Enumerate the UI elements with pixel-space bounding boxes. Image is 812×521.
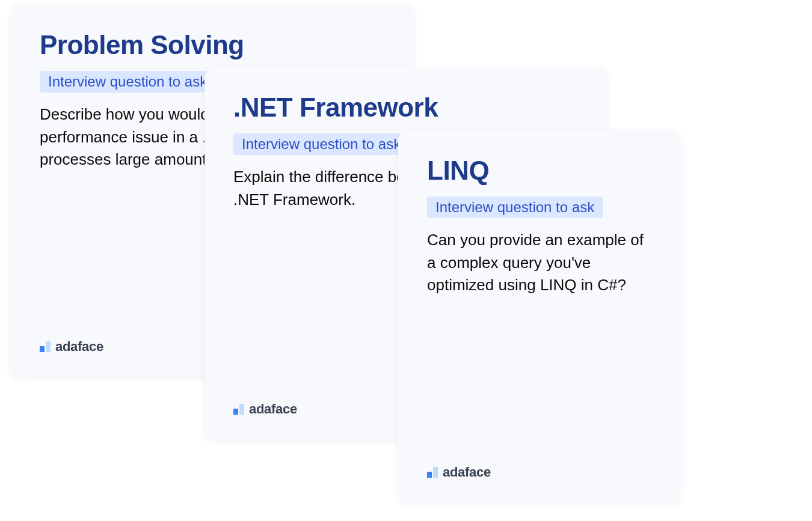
card-tag: Interview question to ask bbox=[233, 133, 409, 155]
adaface-logo-icon bbox=[233, 404, 244, 415]
interview-card-linq: LINQ Interview question to ask Can you p… bbox=[398, 130, 681, 503]
card-title: Problem Solving bbox=[40, 30, 385, 60]
card-tag: Interview question to ask bbox=[427, 197, 603, 218]
logo-text: adaface bbox=[249, 401, 297, 417]
card-title: LINQ bbox=[427, 156, 652, 186]
logo: adaface bbox=[427, 465, 652, 480]
adaface-logo-icon bbox=[427, 467, 438, 478]
logo-text: adaface bbox=[443, 465, 491, 480]
card-title: .NET Framework bbox=[233, 93, 579, 123]
card-question: Can you provide an example of a complex … bbox=[427, 229, 652, 297]
logo-text: adaface bbox=[55, 339, 103, 355]
adaface-logo-icon bbox=[40, 341, 51, 352]
card-tag: Interview question to ask bbox=[40, 71, 215, 93]
